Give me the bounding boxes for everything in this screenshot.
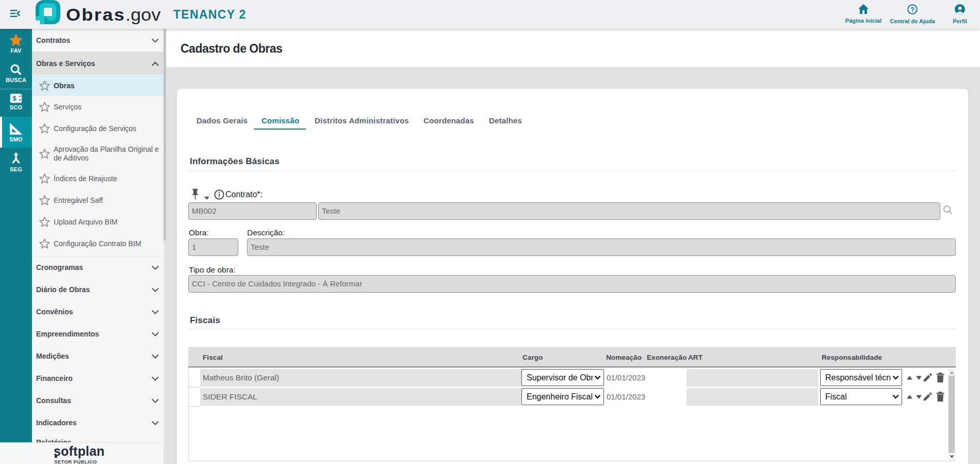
svg-text:?: ? xyxy=(910,6,914,13)
svg-text:$: $ xyxy=(12,94,17,102)
